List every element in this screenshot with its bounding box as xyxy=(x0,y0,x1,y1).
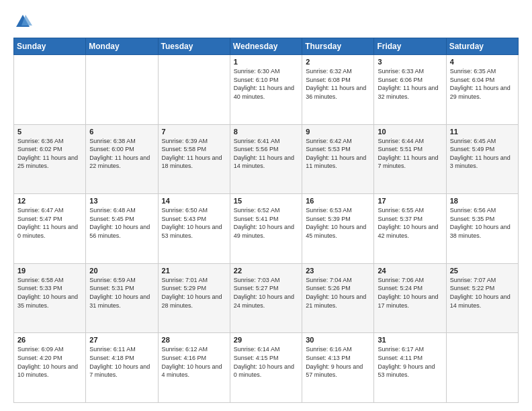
weekday-header: Wednesday xyxy=(230,38,302,55)
day-info: Sunrise: 6:55 AM Sunset: 5:37 PM Dayligh… xyxy=(378,206,442,240)
day-info: Sunrise: 6:50 AM Sunset: 5:43 PM Dayligh… xyxy=(162,206,226,240)
calendar-table: SundayMondayTuesdayWednesdayThursdayFrid… xyxy=(13,38,519,403)
day-info: Sunrise: 6:41 AM Sunset: 5:56 PM Dayligh… xyxy=(234,137,298,171)
day-number: 14 xyxy=(162,197,226,205)
calendar-cell: 19Sunrise: 6:58 AM Sunset: 5:33 PM Dayli… xyxy=(14,263,86,333)
calendar-cell: 21Sunrise: 7:01 AM Sunset: 5:29 PM Dayli… xyxy=(158,263,230,333)
day-number: 31 xyxy=(378,336,442,344)
day-number: 26 xyxy=(17,336,82,344)
logo-icon xyxy=(13,12,32,31)
day-number: 19 xyxy=(17,267,82,275)
weekday-header: Tuesday xyxy=(158,38,230,55)
day-number: 2 xyxy=(306,58,370,66)
day-info: Sunrise: 6:42 AM Sunset: 5:53 PM Dayligh… xyxy=(306,137,370,171)
calendar-cell: 8Sunrise: 6:41 AM Sunset: 5:56 PM Daylig… xyxy=(230,124,302,194)
calendar-cell xyxy=(446,333,518,403)
calendar-week-row: 26Sunrise: 6:09 AM Sunset: 4:20 PM Dayli… xyxy=(14,333,519,403)
calendar-cell: 28Sunrise: 6:12 AM Sunset: 4:16 PM Dayli… xyxy=(158,333,230,403)
day-info: Sunrise: 6:36 AM Sunset: 6:02 PM Dayligh… xyxy=(17,137,82,171)
day-info: Sunrise: 6:56 AM Sunset: 5:35 PM Dayligh… xyxy=(450,206,515,240)
day-number: 21 xyxy=(162,267,226,275)
calendar-cell: 9Sunrise: 6:42 AM Sunset: 5:53 PM Daylig… xyxy=(302,124,374,194)
calendar-cell: 24Sunrise: 7:06 AM Sunset: 5:24 PM Dayli… xyxy=(374,263,446,333)
header xyxy=(13,12,519,31)
day-info: Sunrise: 7:03 AM Sunset: 5:27 PM Dayligh… xyxy=(234,276,298,310)
day-info: Sunrise: 6:38 AM Sunset: 6:00 PM Dayligh… xyxy=(89,137,154,171)
day-info: Sunrise: 6:47 AM Sunset: 5:47 PM Dayligh… xyxy=(17,206,82,240)
day-number: 8 xyxy=(234,128,298,136)
day-info: Sunrise: 6:09 AM Sunset: 4:20 PM Dayligh… xyxy=(17,345,82,379)
day-info: Sunrise: 6:58 AM Sunset: 5:33 PM Dayligh… xyxy=(17,276,82,310)
day-number: 5 xyxy=(17,128,82,136)
day-info: Sunrise: 6:14 AM Sunset: 4:15 PM Dayligh… xyxy=(234,345,298,379)
day-info: Sunrise: 6:52 AM Sunset: 5:41 PM Dayligh… xyxy=(234,206,298,240)
day-info: Sunrise: 6:45 AM Sunset: 5:49 PM Dayligh… xyxy=(450,137,515,171)
day-number: 29 xyxy=(234,336,298,344)
calendar-cell: 13Sunrise: 6:48 AM Sunset: 5:45 PM Dayli… xyxy=(86,194,158,264)
day-number: 20 xyxy=(89,267,154,275)
day-number: 25 xyxy=(450,267,515,275)
day-info: Sunrise: 6:39 AM Sunset: 5:58 PM Dayligh… xyxy=(162,137,226,171)
calendar-cell: 1Sunrise: 6:30 AM Sunset: 6:10 PM Daylig… xyxy=(230,55,302,125)
day-info: Sunrise: 6:44 AM Sunset: 5:51 PM Dayligh… xyxy=(378,137,442,171)
day-info: Sunrise: 6:16 AM Sunset: 4:13 PM Dayligh… xyxy=(306,345,370,379)
calendar-cell: 10Sunrise: 6:44 AM Sunset: 5:51 PM Dayli… xyxy=(374,124,446,194)
day-info: Sunrise: 6:59 AM Sunset: 5:31 PM Dayligh… xyxy=(89,276,154,310)
weekday-header: Monday xyxy=(86,38,158,55)
calendar-cell: 7Sunrise: 6:39 AM Sunset: 5:58 PM Daylig… xyxy=(158,124,230,194)
day-info: Sunrise: 7:06 AM Sunset: 5:24 PM Dayligh… xyxy=(378,276,442,310)
calendar-cell: 17Sunrise: 6:55 AM Sunset: 5:37 PM Dayli… xyxy=(374,194,446,264)
day-info: Sunrise: 6:48 AM Sunset: 5:45 PM Dayligh… xyxy=(89,206,154,240)
day-info: Sunrise: 6:12 AM Sunset: 4:16 PM Dayligh… xyxy=(162,345,226,379)
day-number: 1 xyxy=(234,58,298,66)
calendar-cell: 26Sunrise: 6:09 AM Sunset: 4:20 PM Dayli… xyxy=(14,333,86,403)
calendar-cell: 16Sunrise: 6:53 AM Sunset: 5:39 PM Dayli… xyxy=(302,194,374,264)
day-number: 27 xyxy=(89,336,154,344)
calendar-cell xyxy=(14,55,86,125)
day-number: 18 xyxy=(450,197,515,205)
day-info: Sunrise: 7:07 AM Sunset: 5:22 PM Dayligh… xyxy=(450,276,515,310)
day-number: 4 xyxy=(450,58,515,66)
day-number: 22 xyxy=(234,267,298,275)
calendar-week-row: 5Sunrise: 6:36 AM Sunset: 6:02 PM Daylig… xyxy=(14,124,519,194)
calendar-week-row: 12Sunrise: 6:47 AM Sunset: 5:47 PM Dayli… xyxy=(14,194,519,264)
day-info: Sunrise: 6:30 AM Sunset: 6:10 PM Dayligh… xyxy=(234,67,298,101)
day-number: 16 xyxy=(306,197,370,205)
weekday-header: Saturday xyxy=(446,38,518,55)
calendar-cell: 31Sunrise: 6:17 AM Sunset: 4:11 PM Dayli… xyxy=(374,333,446,403)
calendar-header-row: SundayMondayTuesdayWednesdayThursdayFrid… xyxy=(14,38,519,55)
day-number: 9 xyxy=(306,128,370,136)
page: SundayMondayTuesdayWednesdayThursdayFrid… xyxy=(0,0,532,411)
calendar-week-row: 1Sunrise: 6:30 AM Sunset: 6:10 PM Daylig… xyxy=(14,55,519,125)
day-number: 23 xyxy=(306,267,370,275)
day-number: 15 xyxy=(234,197,298,205)
weekday-header: Thursday xyxy=(302,38,374,55)
weekday-header: Friday xyxy=(374,38,446,55)
calendar-cell: 14Sunrise: 6:50 AM Sunset: 5:43 PM Dayli… xyxy=(158,194,230,264)
day-info: Sunrise: 6:11 AM Sunset: 4:18 PM Dayligh… xyxy=(89,345,154,379)
calendar-week-row: 19Sunrise: 6:58 AM Sunset: 5:33 PM Dayli… xyxy=(14,263,519,333)
calendar-cell: 11Sunrise: 6:45 AM Sunset: 5:49 PM Dayli… xyxy=(446,124,518,194)
calendar-cell: 25Sunrise: 7:07 AM Sunset: 5:22 PM Dayli… xyxy=(446,263,518,333)
day-info: Sunrise: 6:53 AM Sunset: 5:39 PM Dayligh… xyxy=(306,206,370,240)
logo xyxy=(13,12,35,31)
calendar-cell: 23Sunrise: 7:04 AM Sunset: 5:26 PM Dayli… xyxy=(302,263,374,333)
weekday-header: Sunday xyxy=(14,38,86,55)
calendar-cell: 3Sunrise: 6:33 AM Sunset: 6:06 PM Daylig… xyxy=(374,55,446,125)
calendar-cell: 12Sunrise: 6:47 AM Sunset: 5:47 PM Dayli… xyxy=(14,194,86,264)
day-number: 3 xyxy=(378,58,442,66)
calendar-cell: 22Sunrise: 7:03 AM Sunset: 5:27 PM Dayli… xyxy=(230,263,302,333)
day-info: Sunrise: 6:33 AM Sunset: 6:06 PM Dayligh… xyxy=(378,67,442,101)
calendar-cell: 20Sunrise: 6:59 AM Sunset: 5:31 PM Dayli… xyxy=(86,263,158,333)
day-number: 30 xyxy=(306,336,370,344)
calendar-cell: 29Sunrise: 6:14 AM Sunset: 4:15 PM Dayli… xyxy=(230,333,302,403)
day-number: 17 xyxy=(378,197,442,205)
day-info: Sunrise: 7:04 AM Sunset: 5:26 PM Dayligh… xyxy=(306,276,370,310)
day-info: Sunrise: 6:32 AM Sunset: 6:08 PM Dayligh… xyxy=(306,67,370,101)
calendar-cell: 2Sunrise: 6:32 AM Sunset: 6:08 PM Daylig… xyxy=(302,55,374,125)
day-number: 12 xyxy=(17,197,82,205)
calendar-cell xyxy=(158,55,230,125)
day-number: 10 xyxy=(378,128,442,136)
day-number: 6 xyxy=(89,128,154,136)
day-info: Sunrise: 6:17 AM Sunset: 4:11 PM Dayligh… xyxy=(378,345,442,379)
